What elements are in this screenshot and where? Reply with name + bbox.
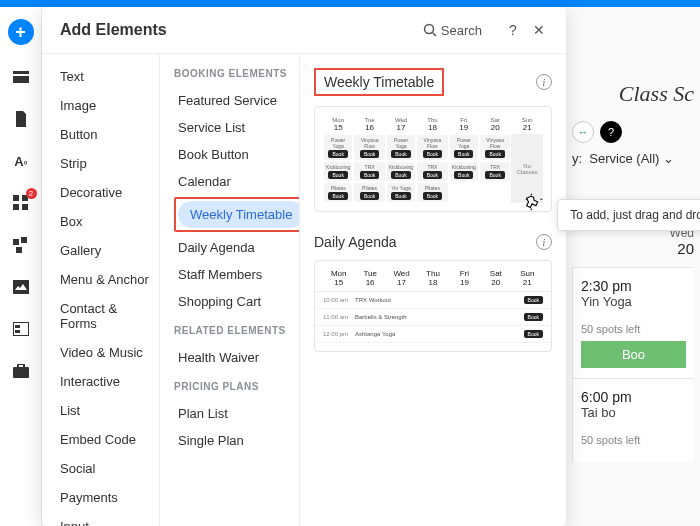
slot-name: Tai bo bbox=[581, 405, 686, 420]
element-item[interactable]: Plan List bbox=[174, 400, 291, 427]
slot-time: 2:30 pm bbox=[581, 278, 686, 294]
day-number: 18 bbox=[417, 123, 447, 132]
highlight-box: Weekly Timetable bbox=[174, 197, 300, 232]
panel-title: Add Elements bbox=[60, 21, 423, 39]
svg-rect-10 bbox=[13, 322, 29, 336]
day-number: 19 bbox=[450, 123, 478, 132]
element-item[interactable]: Service List bbox=[174, 114, 291, 141]
top-blue-bar bbox=[0, 0, 700, 7]
book-chip: Book bbox=[360, 192, 379, 200]
category-item[interactable]: Embed Code bbox=[56, 425, 159, 454]
agenda-time: 10:00 am bbox=[323, 297, 355, 303]
weekly-timetable-preview[interactable]: Mon15 Tue16 Wed17 Thu18 Fri19 Sat20 Sun2… bbox=[314, 106, 552, 212]
element-item[interactable]: Book Button bbox=[174, 141, 291, 168]
category-item[interactable]: Social bbox=[56, 454, 159, 483]
category-item[interactable]: Text bbox=[56, 62, 159, 91]
info-icon[interactable]: i bbox=[536, 234, 552, 250]
background-page: Class Sc ↔ ? y: Service (All) ⌄ Wed 20 2… bbox=[566, 7, 700, 526]
filter-value: Service (All) bbox=[589, 151, 659, 166]
agenda-class: TRX Workout bbox=[355, 297, 503, 303]
class-slot: 6:00 pm Tai bo 50 spots left bbox=[572, 378, 694, 462]
category-item[interactable]: Button bbox=[56, 120, 159, 149]
agenda-class: Barbells & Strength bbox=[355, 314, 503, 320]
book-chip: Book bbox=[360, 171, 379, 179]
slot-name: Yin Yoga bbox=[581, 294, 686, 309]
book-chip: Book bbox=[391, 192, 410, 200]
daily-agenda-preview[interactable]: Mon15 Tue16 Wed17 Thu18 Fri19 Sat20 Sun2… bbox=[314, 260, 552, 352]
add-button[interactable]: + bbox=[8, 19, 34, 45]
agenda-class: Ashtanga Yoga bbox=[355, 331, 503, 337]
category-item[interactable]: List bbox=[56, 396, 159, 425]
book-chip: Book bbox=[328, 150, 347, 158]
category-item[interactable]: Box bbox=[56, 207, 159, 236]
preview-column: Weekly Timetable i Mon15 Tue16 Wed17 Thu… bbox=[300, 54, 566, 526]
day-number: 17 bbox=[387, 123, 415, 132]
class-slot: 2:30 pm Yin Yoga 50 spots left Boo bbox=[572, 267, 694, 378]
image-icon[interactable] bbox=[11, 277, 31, 297]
page-icon[interactable] bbox=[11, 109, 31, 129]
book-chip: Book bbox=[454, 150, 473, 158]
drag-tooltip: To add, just drag and drop. bbox=[557, 199, 566, 231]
preview-title-weekly: Weekly Timetable bbox=[314, 68, 444, 96]
element-item[interactable]: Shopping Cart bbox=[174, 288, 291, 315]
arrows-icon[interactable]: ↔ bbox=[572, 121, 594, 143]
element-item[interactable]: Featured Service bbox=[174, 87, 291, 114]
section-heading: RELATED ELEMENTS bbox=[174, 325, 291, 336]
panel-body: Text Image Button Strip Decorative Box G… bbox=[42, 54, 566, 526]
section-heading: BOOKING ELEMENTS bbox=[174, 68, 291, 79]
category-item[interactable]: Decorative bbox=[56, 178, 159, 207]
briefcase-icon[interactable] bbox=[11, 361, 31, 381]
font-icon[interactable]: A₀ bbox=[11, 151, 31, 171]
search-label: Search bbox=[441, 23, 482, 38]
slot-time: 6:00 pm bbox=[581, 389, 686, 405]
element-item[interactable]: Staff Members bbox=[174, 261, 291, 288]
layout-icon[interactable] bbox=[11, 319, 31, 339]
element-item[interactable]: Health Waiver bbox=[174, 344, 291, 371]
apps-badge: 2 bbox=[26, 188, 37, 199]
element-item-weekly-timetable[interactable]: Weekly Timetable bbox=[178, 201, 300, 228]
page-title: Class Sc bbox=[572, 81, 694, 107]
element-item[interactable]: Single Plan bbox=[174, 427, 291, 454]
book-chip: Book bbox=[423, 171, 442, 179]
category-item[interactable]: Payments bbox=[56, 483, 159, 512]
book-chip: Book bbox=[328, 171, 347, 179]
close-button[interactable]: ✕ bbox=[530, 22, 548, 38]
section-icon[interactable] bbox=[11, 67, 31, 87]
search-button[interactable]: Search bbox=[423, 23, 482, 38]
filter-row[interactable]: y: Service (All) ⌄ bbox=[572, 151, 694, 166]
category-item[interactable]: Image bbox=[56, 91, 159, 120]
category-item[interactable]: Input bbox=[56, 512, 159, 526]
slot-spots: 50 spots left bbox=[581, 323, 686, 335]
svg-rect-2 bbox=[13, 195, 19, 201]
help-icon[interactable]: ? bbox=[600, 121, 622, 143]
category-list: Text Image Button Strip Decorative Box G… bbox=[42, 54, 160, 526]
help-button[interactable]: ? bbox=[504, 22, 522, 38]
svg-rect-12 bbox=[15, 330, 20, 333]
category-item[interactable]: Menu & Anchor bbox=[56, 265, 159, 294]
left-toolbar: + A₀ 2 bbox=[0, 7, 42, 526]
element-item[interactable]: Calendar bbox=[174, 168, 291, 195]
book-button[interactable]: Boo bbox=[581, 341, 686, 368]
book-chip: Book bbox=[360, 150, 379, 158]
book-chip: Book bbox=[485, 150, 504, 158]
panel-header: Add Elements Search ? ✕ bbox=[42, 7, 566, 54]
category-item[interactable]: Strip bbox=[56, 149, 159, 178]
category-item[interactable]: Interactive bbox=[56, 367, 159, 396]
svg-rect-11 bbox=[15, 325, 20, 328]
category-item[interactable]: Gallery bbox=[56, 236, 159, 265]
chevron-down-icon: ⌄ bbox=[663, 151, 674, 166]
apps-icon[interactable]: 2 bbox=[11, 193, 31, 213]
svg-rect-6 bbox=[13, 239, 19, 245]
element-item[interactable]: Daily Agenda bbox=[174, 234, 291, 261]
category-item[interactable]: Contact & Forms bbox=[56, 294, 159, 338]
search-icon bbox=[423, 23, 437, 37]
svg-rect-4 bbox=[13, 204, 19, 210]
category-item[interactable]: Video & Music bbox=[56, 338, 159, 367]
day-number: 20 bbox=[480, 123, 510, 132]
elements-list: BOOKING ELEMENTS Featured Service Servic… bbox=[160, 54, 300, 526]
preview-title-row: Weekly Timetable i bbox=[314, 68, 552, 96]
info-icon[interactable]: i bbox=[536, 74, 552, 90]
puzzle-icon[interactable] bbox=[11, 235, 31, 255]
day-number: 16 bbox=[354, 123, 384, 132]
svg-line-16 bbox=[432, 33, 436, 37]
